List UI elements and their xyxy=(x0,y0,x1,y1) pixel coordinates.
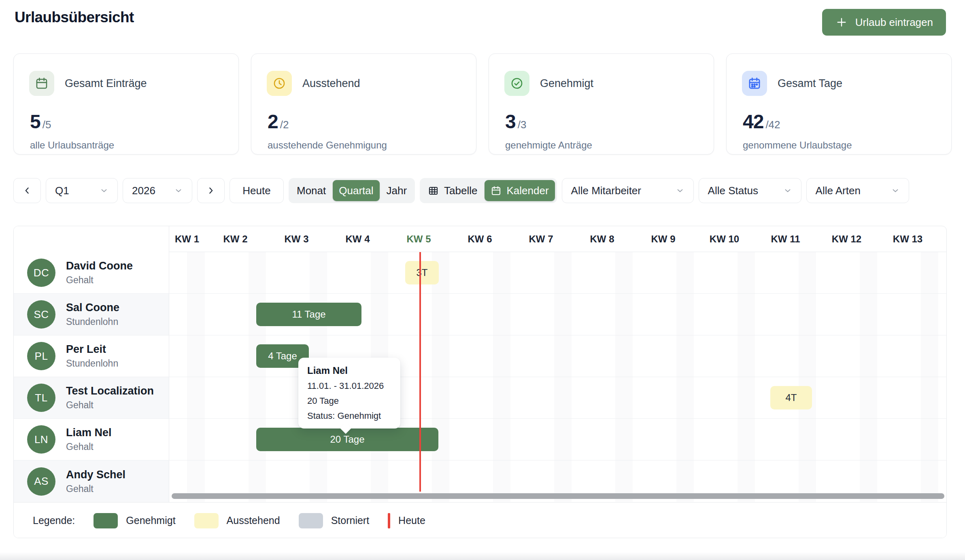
week-header-kw-9: KW 9 xyxy=(651,226,676,252)
employees-filter[interactable]: Alle Mitarbeiter xyxy=(562,178,694,203)
view-mode-monat[interactable]: Monat xyxy=(291,180,332,201)
quarter-select[interactable]: Q1 xyxy=(46,178,118,203)
legend-today-line xyxy=(388,513,390,528)
employee-pay-type: Gehalt xyxy=(66,441,112,452)
week-header-kw-11: KW 11 xyxy=(771,226,800,252)
legend-item: Genehmigt xyxy=(94,513,175,528)
row-timeline: 20 Tage xyxy=(169,419,946,460)
stat-card: Genehmigt 3/3 genehmigte Anträge xyxy=(489,53,714,155)
calendar-rows: DC David Coone Gehalt 3T SC Sal Coone St… xyxy=(14,252,946,502)
employee-pay-type: Gehalt xyxy=(66,400,154,411)
view-mode-switch: MonatQuartalJahr xyxy=(289,178,415,203)
employee-name: Sal Coone xyxy=(66,301,119,314)
employee-row: TL Test Localization Gehalt 4T xyxy=(14,377,946,419)
chevron-down-icon xyxy=(174,186,183,195)
week-header-kw-4: KW 4 xyxy=(346,226,370,252)
toolbar: Q1 2026 Heute MonatQuartalJahr TabelleKa… xyxy=(13,178,909,203)
employee-cell: LN Liam Nel Gehalt xyxy=(14,419,169,460)
prev-period-button[interactable] xyxy=(13,178,41,203)
view-mode-jahr[interactable]: Jahr xyxy=(380,180,413,201)
horizontal-scrollbar[interactable] xyxy=(172,493,944,499)
calendar-days-icon xyxy=(742,71,767,96)
status-filter[interactable]: Alle Status xyxy=(699,178,801,203)
stat-card-subtitle: genommene Urlaubstage xyxy=(743,140,852,151)
table-icon xyxy=(428,185,439,196)
employee-pay-type: Gehalt xyxy=(66,484,125,494)
week-header-kw-13: KW 13 xyxy=(893,226,922,252)
week-header-kw-10: KW 10 xyxy=(710,226,739,252)
stat-card-title: Genehmigt xyxy=(540,77,593,90)
employee-name: Andy Schel xyxy=(66,469,125,481)
add-vacation-label: Urlaub eintragen xyxy=(855,16,933,29)
employee-pay-type: Stundenlohn xyxy=(66,316,119,327)
avatar: TL xyxy=(27,384,55,412)
legend-label: Legende: xyxy=(33,515,75,526)
stats-row: Gesamt Einträge 5/5 alle Urlaubsanträge … xyxy=(13,53,952,155)
week-header-kw-8: KW 8 xyxy=(590,226,614,252)
types-filter[interactable]: Alle Arten xyxy=(806,178,909,203)
chevron-down-icon xyxy=(891,186,900,195)
week-header-kw-2: KW 2 xyxy=(223,226,248,252)
chevron-left-icon xyxy=(22,185,32,196)
week-header-kw-12: KW 12 xyxy=(832,226,861,252)
employee-cell: AS Andy Schel Gehalt xyxy=(14,460,169,502)
employee-name: Per Leit xyxy=(66,343,118,356)
legend-swatch-genehmigt xyxy=(94,513,118,528)
segment-label: Jahr xyxy=(387,185,407,197)
page-bottom-divider xyxy=(0,552,965,560)
tooltip-status: Status: Genehmigt xyxy=(307,411,391,421)
clock-icon xyxy=(267,71,292,96)
employee-row: PL Per Leit Stundenlohn 4 Tage xyxy=(14,335,946,377)
employee-name: Liam Nel xyxy=(66,426,112,439)
employee-name: David Coone xyxy=(66,260,133,272)
vacation-tooltip: Liam Nel 11.01. - 31.01.2026 20 Tage Sta… xyxy=(298,358,400,428)
row-timeline: 11 Tage xyxy=(169,294,946,335)
stat-card-value: 2/2 xyxy=(268,110,289,133)
week-header-kw-3: KW 3 xyxy=(285,226,309,252)
avatar: AS xyxy=(27,467,55,496)
stat-card: Gesamt Tage 42/42 genommene Urlaubstage xyxy=(726,53,952,155)
calendar-header-spacer xyxy=(14,226,169,252)
week-header-kw-6: KW 6 xyxy=(468,226,492,252)
vacation-bar[interactable]: 3T xyxy=(405,261,439,284)
legend: Legende: Genehmigt Ausstehend Storniert … xyxy=(14,502,946,538)
stat-card-value: 5/5 xyxy=(30,110,51,133)
avatar: PL xyxy=(27,342,55,370)
employee-name: Test Localization xyxy=(66,385,154,397)
chevron-down-icon xyxy=(100,186,108,195)
chevron-down-icon xyxy=(676,186,684,195)
legend-swatch-storniert xyxy=(299,513,323,528)
next-period-button[interactable] xyxy=(197,178,225,203)
legend-item: Heute xyxy=(388,513,425,528)
display-mode-kalender[interactable]: Kalender xyxy=(485,180,555,201)
add-vacation-button[interactable]: Urlaub eintragen xyxy=(822,9,946,36)
legend-item: Ausstehend xyxy=(194,513,280,528)
stat-card-title: Gesamt Einträge xyxy=(65,77,147,90)
row-timeline: 4 Tage xyxy=(169,335,946,377)
employee-pay-type: Stundenlohn xyxy=(66,358,118,369)
legend-item: Storniert xyxy=(299,513,369,528)
employee-pay-type: Gehalt xyxy=(66,275,133,286)
display-mode-tabelle[interactable]: Tabelle xyxy=(422,180,483,201)
avatar: SC xyxy=(27,300,55,329)
view-mode-quartal[interactable]: Quartal xyxy=(333,180,379,201)
employee-cell: DC David Coone Gehalt xyxy=(14,252,169,293)
week-header-kw-1: KW 1 xyxy=(175,226,199,252)
page-title: Urlaubsübersicht xyxy=(15,9,134,26)
employee-cell: PL Per Leit Stundenlohn xyxy=(14,335,169,377)
stat-card: Gesamt Einträge 5/5 alle Urlaubsanträge xyxy=(13,53,239,155)
vacation-bar[interactable]: 11 Tage xyxy=(256,303,361,326)
year-select[interactable]: 2026 xyxy=(123,178,192,203)
tooltip-dates: 11.01. - 31.01.2026 xyxy=(307,381,391,391)
vacation-calendar: KW 1KW 2KW 3KW 4KW 5KW 6KW 7KW 8KW 9KW 1… xyxy=(13,226,947,538)
legend-item-label: Storniert xyxy=(331,515,369,526)
tooltip-employee-name: Liam Nel xyxy=(307,365,391,376)
stat-card: Ausstehend 2/2 ausstehende Genehmigung xyxy=(251,53,476,155)
today-marker-line xyxy=(419,252,421,492)
vacation-bar[interactable]: 4T xyxy=(770,386,812,409)
employee-row: LN Liam Nel Gehalt 20 Tage xyxy=(14,419,946,460)
stat-card-subtitle: genehmigte Anträge xyxy=(505,140,592,151)
today-button[interactable]: Heute xyxy=(230,178,284,203)
week-header-kw-7: KW 7 xyxy=(529,226,553,252)
week-header-kw-5: KW 5 xyxy=(407,226,431,252)
